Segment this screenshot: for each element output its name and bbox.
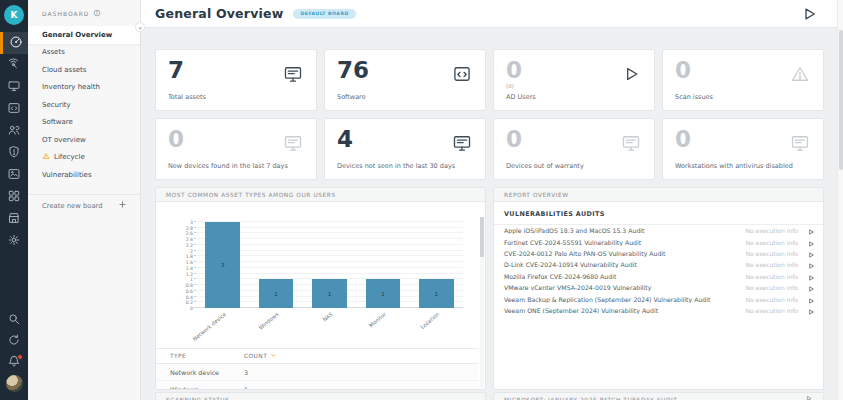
audit-row[interactable]: Veeam Backup & Replication (September 20… [494, 293, 823, 304]
rail-item-dashboard[interactable] [0, 32, 28, 54]
bar-value-label: 1 [419, 291, 454, 297]
chart-panel-scrollbar[interactable] [480, 217, 484, 388]
sidebar-item-inventory-health[interactable]: Inventory health [28, 79, 140, 97]
bar-monitor[interactable]: 1 [366, 279, 401, 308]
sidebar-item-cloud-assets[interactable]: Cloud assets [28, 61, 140, 79]
avatar [6, 375, 23, 392]
asset-types-panel-body: 00.20.40.60.811.21.41.61.822.22.42.62.83… [156, 202, 485, 389]
app-logo[interactable]: K [4, 5, 24, 25]
rail-item-users[interactable] [0, 120, 28, 142]
rail-item-integrations[interactable] [0, 186, 28, 208]
stat-label: Scan issues [675, 93, 713, 101]
audit-row[interactable]: Veeam ONE (September 2024) Vulnerability… [494, 305, 823, 316]
audit-name: Mozilla Firefox CVE-2024-9680 Audit [504, 273, 746, 280]
rail-item-settings[interactable] [0, 230, 28, 252]
report-panel-header: REPORT OVERVIEW [494, 188, 823, 202]
code-window-icon [452, 64, 472, 88]
y-tick-label: 0.2 [186, 300, 193, 305]
audit-status: No execution info [746, 273, 798, 280]
rail-item-search[interactable] [0, 309, 28, 331]
sidebar-item-lifecycle[interactable]: Lifecycle [28, 149, 140, 167]
type-count-table: TYPE COUNT Network device3Windows1 [156, 348, 479, 390]
rail-item-refresh[interactable] [0, 330, 28, 352]
cell-count: 3 [244, 369, 248, 376]
bar-windows[interactable]: 1 [259, 279, 294, 308]
y-tick-label: 0.4 [186, 294, 193, 299]
sidebar-item-security[interactable]: Security [28, 96, 140, 114]
audit-row[interactable]: VMware vCenter VMSA-2024-0019 Vulnerabil… [494, 282, 823, 293]
rail-item-notifications[interactable] [0, 351, 28, 373]
audit-row[interactable]: Apple iOS/iPadOS 18.3 and MacOS 15.3 Aud… [494, 225, 823, 236]
sidebar-item-software[interactable]: Software [28, 114, 140, 132]
rail-item-reports[interactable] [0, 164, 28, 186]
table-header-row: TYPE COUNT [156, 348, 479, 364]
rail-item-scanning[interactable] [0, 54, 28, 76]
bar-network-device[interactable]: 3 [205, 222, 240, 308]
app-root: K DASHBOARD General OverviewAssetsCloud … [0, 0, 843, 400]
rail-item-marketplace[interactable] [0, 208, 28, 230]
audit-row[interactable]: CVE-2024-0012 Palo Alto PAN-OS Vulnerabi… [494, 248, 823, 259]
audit-row[interactable]: D-Link CVE-2024-10914 Vulnerability Audi… [494, 259, 823, 270]
bar-nas[interactable]: 1 [312, 279, 347, 308]
stat-card-devices-not-seen-in-the-last-30-days[interactable]: 4Devices not seen in the last 30 days [324, 118, 486, 180]
sidebar-item-label: OT overview [42, 136, 86, 144]
info-icon[interactable] [93, 9, 101, 18]
create-new-board-button[interactable]: Create new board [28, 195, 140, 217]
refresh-icon [7, 332, 21, 351]
audit-name: Veeam Backup & Replication (September 20… [504, 296, 746, 303]
sidebar-item-vulnerabilities[interactable]: Vulnerabilities [28, 166, 140, 184]
y-tick-label: 2.8 [186, 225, 193, 230]
sidebar-collapse-button[interactable]: « [135, 22, 145, 32]
sidebar-item-label: Inventory health [42, 83, 100, 91]
audit-status: No execution info [746, 284, 798, 291]
bar-location[interactable]: 1 [419, 279, 454, 308]
patch-tuesday-title: MICROSOFT: JANUARY 2025 PATCH TUESDAY AU… [504, 397, 677, 400]
y-tick-label: 3 [190, 220, 193, 225]
stat-label: Workstations with antivirus disabled [675, 162, 793, 170]
stat-card-scan-issues[interactable]: 0Scan issues [662, 49, 824, 111]
stat-card-workstations-with-antivirus-disabled[interactable]: 0Workstations with antivirus disabled [662, 118, 824, 180]
stat-label: New devices found in the last 7 days [168, 162, 288, 170]
dashboard-content: 7Total assets76Software0(0)AD Users0Scan… [141, 28, 843, 400]
sidebar-item-general-overview[interactable]: General Overview [28, 26, 140, 44]
y-tick-label: 2 [190, 248, 193, 253]
sidebar-item-label: Vulnerabilities [42, 171, 92, 179]
audit-name: D-Link CVE-2024-10914 Vulnerability Audi… [504, 261, 746, 268]
stat-card-software[interactable]: 76Software [324, 49, 486, 111]
sidebar-item-assets[interactable]: Assets [28, 44, 140, 62]
table-row[interactable]: Windows1 [156, 381, 479, 390]
column-header-type[interactable]: TYPE [156, 353, 244, 359]
y-tick-mark [194, 221, 196, 222]
stat-cards-row-1: 7Total assets76Software0(0)AD Users0Scan… [155, 49, 824, 111]
y-tick-mark [194, 301, 196, 302]
monitor-icon [7, 78, 21, 97]
y-tick-mark [194, 278, 196, 279]
report-panel-body: VULNERABILITIES AUDITS Apple iOS/iPadOS … [494, 202, 823, 389]
play-button[interactable] [800, 5, 818, 23]
page-scrollbar[interactable] [837, 0, 843, 400]
rail-item-profile[interactable] [0, 372, 28, 394]
bar-value-label: 1 [259, 291, 294, 297]
table-row[interactable]: Network device3 [156, 364, 479, 381]
bar-value-label: 1 [312, 291, 347, 297]
rail-item-software[interactable] [0, 98, 28, 120]
warning-icon [790, 64, 810, 88]
stat-card-new-devices-found-in-the-last-7-days[interactable]: 0New devices found in the last 7 days [155, 118, 317, 180]
rail-item-assets[interactable] [0, 76, 28, 98]
audit-name: Veeam ONE (September 2024) Vulnerability… [504, 307, 746, 314]
audit-row[interactable]: Fortinet CVE-2024-55591 Vulnerability Au… [494, 236, 823, 247]
report-panel-title: REPORT OVERVIEW [504, 192, 569, 198]
rail-item-security[interactable] [0, 142, 28, 164]
play-icon[interactable] [807, 301, 815, 320]
stat-card-total-assets[interactable]: 7Total assets [155, 49, 317, 111]
sidebar-item-ot-overview[interactable]: OT overview [28, 131, 140, 149]
main-header: General Overview DEFAULT BOARD [141, 0, 843, 28]
stat-card-devices-out-of-warranty[interactable]: 0Devices out of warranty [493, 118, 655, 180]
stat-label: Total assets [168, 93, 206, 101]
sidebar-item-label: Lifecycle [54, 153, 85, 161]
audit-row[interactable]: Mozilla Firefox CVE-2024-9680 AuditNo ex… [494, 271, 823, 282]
icon-rail: K [0, 0, 28, 400]
stat-card-ad-users[interactable]: 0(0)AD Users [493, 49, 655, 111]
asset-types-panel-header: MOST COMMON ASSET TYPES AMONG OUR USERS [156, 188, 485, 202]
column-header-count[interactable]: COUNT [244, 352, 277, 360]
